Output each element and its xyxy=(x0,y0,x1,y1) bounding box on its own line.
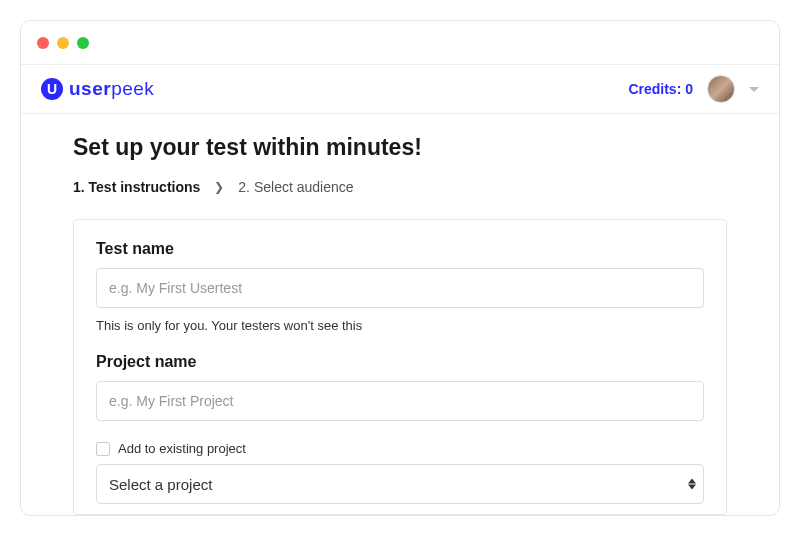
logo-mark-icon: U xyxy=(41,78,63,100)
test-name-label: Test name xyxy=(96,240,704,258)
app-window: U userpeek Credits: 0 Set up your test w… xyxy=(20,20,780,516)
add-existing-checkbox[interactable] xyxy=(96,442,110,456)
app-header: U userpeek Credits: 0 xyxy=(21,65,779,114)
test-name-helper: This is only for you. Your testers won't… xyxy=(96,318,704,333)
breadcrumb-step-1[interactable]: 1. Test instructions xyxy=(73,179,200,195)
project-name-input[interactable] xyxy=(96,381,704,421)
avatar[interactable] xyxy=(707,75,735,103)
brand-logo[interactable]: U userpeek xyxy=(41,78,154,100)
project-name-field-group: Project name xyxy=(96,353,704,421)
header-right: Credits: 0 xyxy=(628,75,759,103)
maximize-window-icon[interactable] xyxy=(77,37,89,49)
logo-text: userpeek xyxy=(69,78,154,100)
add-existing-label: Add to existing project xyxy=(118,441,246,456)
project-select[interactable]: Select a project xyxy=(96,464,704,504)
traffic-lights xyxy=(37,37,89,49)
test-name-field-group: Test name This is only for you. Your tes… xyxy=(96,240,704,333)
form-card: Test name This is only for you. Your tes… xyxy=(73,219,727,515)
main-content: Set up your test within minutes! 1. Test… xyxy=(21,114,779,515)
chevron-right-icon: ❯ xyxy=(214,180,224,194)
close-window-icon[interactable] xyxy=(37,37,49,49)
project-name-label: Project name xyxy=(96,353,704,371)
minimize-window-icon[interactable] xyxy=(57,37,69,49)
window-titlebar xyxy=(21,21,779,65)
credits-label[interactable]: Credits: 0 xyxy=(628,81,693,97)
test-name-input[interactable] xyxy=(96,268,704,308)
breadcrumb: 1. Test instructions ❯ 2. Select audienc… xyxy=(73,179,727,195)
chevron-down-icon[interactable] xyxy=(749,87,759,92)
page-title: Set up your test within minutes! xyxy=(73,134,727,161)
add-existing-row: Add to existing project xyxy=(96,441,704,456)
project-select-wrap: Select a project xyxy=(96,464,704,504)
breadcrumb-step-2[interactable]: 2. Select audience xyxy=(238,179,353,195)
